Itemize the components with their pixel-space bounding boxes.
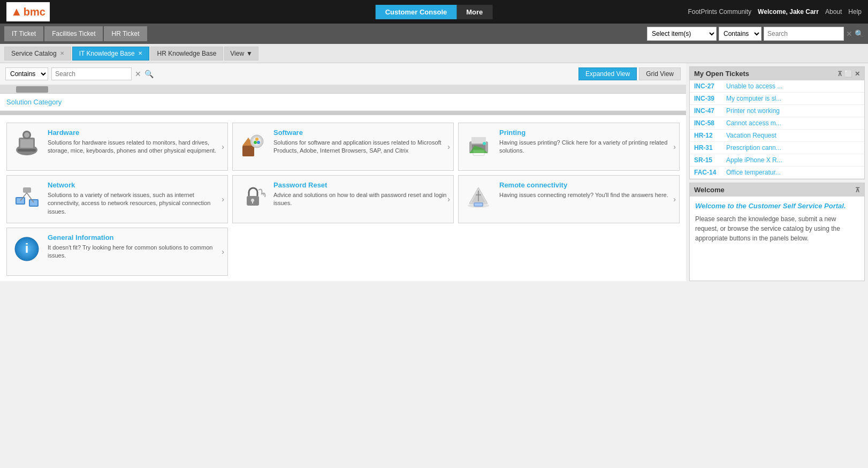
password-title: Password Reset: [273, 181, 449, 189]
ticket-search-icon-btn[interactable]: 🔍: [855, 29, 864, 38]
welcome-subtitle: Welcome to the Customer Self Service Por…: [695, 202, 859, 210]
kb-search-icon-btn[interactable]: 🔍: [144, 70, 154, 78]
svg-rect-7: [242, 146, 254, 156]
remote-info: Remote connectivity Having issues connec…: [499, 181, 675, 199]
ticket-row[interactable]: HR-31 Prescription cann...: [690, 142, 864, 154]
kb-scrollbar-area[interactable]: [0, 85, 686, 94]
ticket-search-select[interactable]: Select item(s): [647, 27, 717, 41]
ticket-desc: Vacation Request: [726, 132, 776, 139]
ticket-row[interactable]: SR-15 Apple iPhone X R...: [690, 154, 864, 167]
category-card-password[interactable]: Password Reset Advice and solutions on h…: [232, 175, 454, 223]
ticket-id: HR-12: [694, 132, 726, 139]
service-catalog-tab[interactable]: Service Catalog ✕: [4, 47, 71, 61]
category-divider: [0, 111, 686, 115]
kb-search-input[interactable]: [51, 67, 132, 80]
network-title: Network: [48, 181, 223, 189]
ticket-row[interactable]: INC-58 Cannot access m...: [690, 117, 864, 130]
printing-title: Printing: [499, 129, 675, 137]
ticket-desc: Printer not working: [726, 107, 780, 115]
svg-text:i: i: [25, 241, 28, 255]
more-btn[interactable]: More: [456, 5, 492, 19]
customer-console-btn[interactable]: Customer Console: [376, 5, 457, 19]
hardware-info: Hardware Solutions for hardware issues r…: [48, 129, 223, 155]
hardware-icon: [11, 129, 42, 160]
kb-search-bar: Contains ✕ 🔍 Expanded View Grid View: [0, 63, 686, 85]
ticket-id: SR-15: [694, 156, 726, 164]
it-kb-close[interactable]: ✕: [138, 50, 142, 56]
expanded-view-btn[interactable]: Expanded View: [578, 67, 637, 80]
password-icon: [237, 181, 268, 212]
help-link[interactable]: Help: [848, 8, 862, 16]
svg-rect-23: [30, 200, 37, 206]
it-ticket-tab[interactable]: IT Ticket: [4, 26, 43, 41]
ticket-search-input[interactable]: [764, 27, 844, 41]
category-card-remote[interactable]: Remote connectivity Having issues connec…: [458, 175, 680, 223]
welcome-panel: Welcome ⊼ Welcome to the Customer Self S…: [689, 183, 865, 281]
ticket-id: INC-47: [694, 107, 726, 115]
ticket-id: HR-31: [694, 144, 726, 152]
welcome-panel-expand-icon[interactable]: ⊼: [855, 186, 860, 194]
top-header: ▲ bmc Customer Console More FootPrints C…: [0, 0, 868, 24]
kb-search-clear-btn[interactable]: ✕: [135, 70, 141, 78]
ticket-bar: IT Ticket Facilities Ticket HR Ticket Se…: [0, 24, 868, 44]
ticket-search-contains[interactable]: Contains: [719, 27, 762, 41]
service-catalog-close[interactable]: ✕: [60, 50, 64, 56]
bmc-logo-text: bmc: [24, 6, 45, 18]
general-desc: It doesn't fit? Try looking here for com…: [48, 244, 223, 260]
panel-icon-expand[interactable]: ⊼: [837, 70, 842, 78]
solution-cat-header: Solution Category: [0, 94, 686, 111]
general-arrow-icon: ›: [222, 247, 224, 256]
ticket-row[interactable]: INC-39 My computer is sl...: [690, 93, 864, 105]
hr-knowledge-base-tab[interactable]: HR Knowledge Base: [150, 47, 224, 61]
kb-search-right: Expanded View Grid View: [578, 67, 681, 80]
network-arrow-icon: ›: [222, 195, 224, 203]
general-icon: i: [11, 233, 42, 265]
kb-search-contains-select[interactable]: Contains: [5, 67, 48, 80]
solution-category-link[interactable]: Solution Category: [6, 98, 62, 106]
footprints-community-link[interactable]: FootPrints Community: [688, 8, 751, 16]
right-panel: My Open Tickets ⊼ ⬜ ✕ INC-27 Unable to a…: [686, 63, 868, 281]
panel-icon-window[interactable]: ⬜: [844, 70, 852, 78]
category-card-general[interactable]: i General Information It doesn't fit? Tr…: [6, 228, 228, 276]
remote-title: Remote connectivity: [499, 181, 675, 189]
category-card-hardware[interactable]: Hardware Solutions for hardware issues r…: [6, 123, 228, 171]
ticket-row[interactable]: INC-27 Unable to access ...: [690, 80, 864, 93]
view-tab[interactable]: View ▼: [224, 47, 258, 61]
printing-info: Printing Having issues printing? Click h…: [499, 129, 675, 155]
panel-icon-close[interactable]: ✕: [855, 70, 860, 78]
ticket-id: INC-27: [694, 82, 726, 90]
facilities-ticket-tab[interactable]: Facilities Ticket: [44, 26, 103, 41]
kb-tab-bar: Service Catalog ✕ IT Knowledge Base ✕ HR…: [0, 44, 868, 63]
hardware-desc: Solutions for hardware issues related to…: [48, 139, 223, 155]
panel-header-icons: ⊼ ⬜ ✕: [837, 70, 860, 78]
about-link[interactable]: About: [825, 8, 842, 16]
password-arrow-icon: ›: [447, 195, 450, 203]
svg-point-18: [483, 142, 486, 145]
welcome-text: Please search the knowledge base, submit…: [695, 214, 859, 243]
svg-point-12: [257, 141, 260, 144]
hr-ticket-tab[interactable]: HR Ticket: [104, 26, 147, 41]
ticket-row[interactable]: HR-12 Vacation Request: [690, 130, 864, 142]
svg-rect-5: [18, 149, 36, 152]
ticket-row[interactable]: FAC-14 Office temperatur...: [690, 167, 864, 179]
ticket-search-clear-btn[interactable]: ✕: [846, 29, 852, 38]
ticket-id: INC-58: [694, 119, 726, 127]
welcome-panel-header: Welcome ⊼: [690, 183, 864, 197]
my-open-tickets-title: My Open Tickets: [694, 70, 749, 78]
ticket-row[interactable]: INC-47 Printer not working: [690, 105, 864, 117]
it-knowledge-base-tab[interactable]: IT Knowledge Base ✕: [72, 47, 149, 61]
category-card-network[interactable]: Network Solutions to a variety of networ…: [6, 175, 228, 223]
ticket-id: INC-39: [694, 95, 726, 102]
logo-area: ▲ bmc: [6, 2, 50, 21]
general-info: General Information It doesn't fit? Try …: [48, 233, 223, 260]
software-title: Software: [273, 129, 449, 137]
top-nav-center: Customer Console More: [376, 5, 493, 19]
left-panel: Contains ✕ 🔍 Expanded View Grid View Sol…: [0, 63, 686, 281]
printing-icon: [463, 129, 494, 160]
svg-rect-29: [252, 201, 253, 203]
category-card-printing[interactable]: Printing Having issues printing? Click h…: [458, 123, 680, 171]
grid-view-btn[interactable]: Grid View: [639, 67, 681, 80]
welcome-body: Welcome to the Customer Self Service Por…: [690, 197, 864, 248]
category-card-software[interactable]: Software Solutions for software and appl…: [232, 123, 454, 171]
software-desc: Solutions for software and application i…: [273, 139, 449, 155]
